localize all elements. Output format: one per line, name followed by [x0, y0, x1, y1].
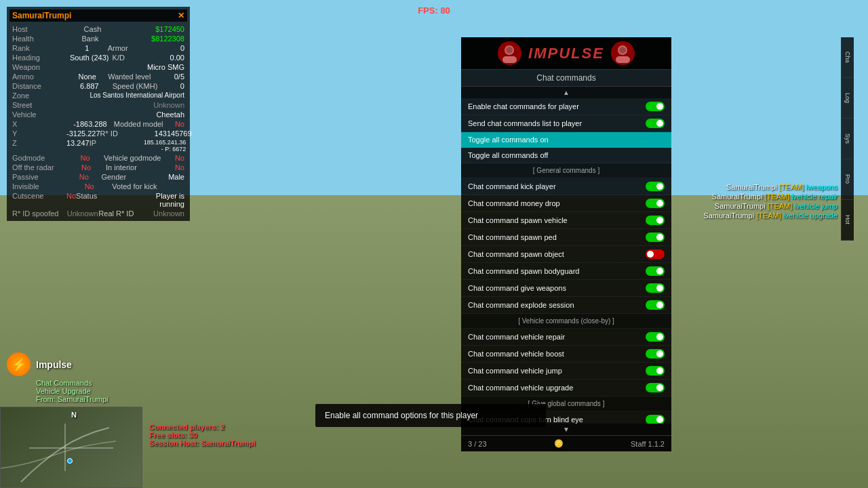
- cmd-vehicle-boost[interactable]: Chat command vehicle boost: [461, 346, 671, 363]
- minimap: N: [0, 407, 142, 488]
- chat-msg-3: SamuraiTrumpi [TEAM] lvehicle jump: [675, 202, 837, 210]
- info-row-spoofed: R* ID spoofed Unknown Real R* ID Unknown: [9, 209, 187, 218]
- right-nav-tabs: Cha Log Sys Pro Hot: [841, 37, 868, 241]
- info-row-y: Y -3125.227 R* ID 143145769: [9, 129, 187, 138]
- minimap-north-indicator: N: [71, 411, 77, 419]
- info-row-z: Z 13.247 IP 185.165.241.36 - P: 6672: [9, 138, 187, 153]
- panel-subtitle: Chat commands: [461, 70, 671, 87]
- cmd-spawn-vehicle[interactable]: Chat command spawn vehicle: [461, 212, 671, 229]
- spawn-vehicle-toggle[interactable]: [646, 216, 665, 225]
- impulse-header: IMPULSE: [461, 37, 671, 70]
- chat-msg-1: SamuraiTrumpi [TEAM] lweapons: [675, 183, 837, 191]
- info-row-weapon: Weapon Micro SMG: [9, 62, 187, 72]
- tab-hot[interactable]: Hot: [841, 200, 854, 241]
- connected-players-info: Connected players: 2 Free slots: 30 Sess…: [149, 423, 255, 447]
- send-chat-commands-item[interactable]: Send chat commands list to player: [461, 115, 671, 132]
- cmd-spawn-ped[interactable]: Chat command spawn ped: [461, 229, 671, 246]
- toggle-all-off-label: Toggle all commands off: [468, 151, 548, 159]
- tab-chat[interactable]: Cha: [841, 37, 854, 78]
- connected-players-label: Connected players: 2: [149, 423, 255, 431]
- info-row-heading: Heading South (243) K/D 0.00: [9, 53, 187, 62]
- player-info-panel: SamuraiTrumpi ✕ Host Cash $172450 Health…: [7, 7, 190, 221]
- tab-log[interactable]: Log: [841, 78, 854, 119]
- tab-pro[interactable]: Pro: [841, 159, 854, 200]
- close-icon[interactable]: ✕: [178, 11, 184, 20]
- enable-label: Enable chat commands for player: [468, 102, 579, 110]
- cmd-spawn-bodyguard[interactable]: Chat command spawn bodyguard: [461, 263, 671, 280]
- impulse-icon: ⚡: [7, 352, 31, 376]
- svg-rect-6: [616, 56, 630, 63]
- send-label: Send chat commands list to player: [468, 119, 582, 127]
- cmd-kick-player[interactable]: Chat command kick player: [461, 178, 671, 195]
- fps-display: FPS: 80: [418, 5, 450, 16]
- tab-sys[interactable]: Sys: [841, 119, 854, 159]
- spawn-object-toggle[interactable]: [646, 249, 665, 259]
- svg-point-3: [506, 47, 513, 54]
- toggle-all-on-item[interactable]: Toggle all commands on: [461, 132, 671, 148]
- info-row-invisible: Invisible No Voted for kick: [9, 182, 187, 191]
- coin-icon: 🪙: [554, 439, 564, 448]
- staff-label: Staff 1.1.2: [631, 440, 665, 448]
- scroll-up-button[interactable]: ▲: [461, 87, 671, 98]
- tooltip-text: Enable all command options for this play…: [325, 411, 478, 420]
- send-toggle[interactable]: [646, 119, 665, 128]
- enable-chat-commands-item[interactable]: Enable chat commands for player: [461, 98, 671, 115]
- money-toggle[interactable]: [646, 199, 665, 208]
- panel-scroll-area: Enable chat commands for player Send cha…: [461, 98, 671, 424]
- kick-toggle[interactable]: [646, 182, 665, 191]
- cmd-vehicle-upgrade[interactable]: Chat command vehicle upgrade: [461, 380, 671, 396]
- enable-toggle[interactable]: [646, 102, 665, 111]
- toggle-all-on-label: Toggle all commands on: [468, 136, 549, 144]
- minimap-player-dot: [67, 458, 73, 464]
- info-row-street: Street Unknown: [9, 100, 187, 110]
- cmd-vehicle-repair[interactable]: Chat command vehicle repair: [461, 329, 671, 346]
- impulse-badge: ⚡ Impulse: [7, 352, 108, 376]
- cmd-give-weapons[interactable]: Chat command give weapons: [461, 280, 671, 297]
- info-row-radar: Off the radar No In interior No: [9, 163, 187, 172]
- vehicle-jump-toggle[interactable]: [646, 366, 665, 375]
- info-row-passive: Passive No Gender Male: [9, 172, 187, 182]
- vehicle-boost-toggle[interactable]: [646, 349, 665, 359]
- vehicle-commands-header: [ Vehicle commands (close-by) ]: [461, 314, 671, 329]
- cops-toggle[interactable]: [646, 415, 665, 424]
- info-row-vehicle: Vehicle Cheetah: [9, 110, 187, 119]
- session-host-label: Session Host: SamuraiTrumpi: [149, 439, 255, 447]
- panel-title: SamuraiTrumpi ✕: [9, 9, 187, 22]
- vehicle-upgrade-toggle[interactable]: [646, 383, 665, 392]
- info-row-ammo: Ammo None Wanted level 0/5: [9, 72, 187, 81]
- minimap-svg: [1, 407, 142, 487]
- info-row-host: Host Cash $172450: [9, 24, 187, 34]
- page-indicator: 3 / 23: [468, 440, 487, 448]
- spawn-ped-toggle[interactable]: [646, 232, 665, 242]
- impulse-avatar-right: [611, 41, 635, 65]
- impulse-title: IMPULSE: [528, 45, 604, 62]
- side-chat-messages: SamuraiTrumpi [TEAM] lweapons SamuraiTru…: [675, 183, 837, 221]
- impulse-avatar-left: [498, 41, 521, 65]
- impulse-name-label: Impulse: [36, 359, 72, 370]
- info-row-zone: Zone Los Santos International Airport: [9, 91, 187, 100]
- panel-footer: 3 / 23 🪙 Staff 1.1.2: [461, 435, 671, 451]
- explode-toggle[interactable]: [646, 300, 665, 310]
- info-row-distance: Distance 6.887 Speed (KMH) 0: [9, 81, 187, 91]
- svg-rect-2: [502, 56, 517, 63]
- info-row-godmode: Godmode No Vehicle godmode No: [9, 153, 187, 163]
- give-weapons-toggle[interactable]: [646, 283, 665, 293]
- cmd-spawn-object[interactable]: Chat command spawn object: [461, 246, 671, 263]
- bodyguard-toggle[interactable]: [646, 266, 665, 276]
- svg-point-7: [619, 47, 626, 54]
- tooltip-box: Enable all command options for this play…: [315, 404, 546, 427]
- minimap-inner: N: [1, 407, 142, 487]
- bottom-left-info: ⚡ Impulse Chat Commands Vehicle Upgrade …: [7, 352, 108, 403]
- cmd-vehicle-jump[interactable]: Chat command vehicle jump: [461, 363, 671, 380]
- info-row-x: X -1863.288 Modded model No: [9, 119, 187, 129]
- toggle-all-off-item[interactable]: Toggle all commands off: [461, 148, 671, 163]
- player-name: SamuraiTrumpi: [12, 11, 71, 20]
- chat-commands-panel: IMPULSE Chat commands ▲ Enable chat comm…: [461, 37, 671, 451]
- info-row-cutscene: Cutscene No Status Player is running: [9, 191, 187, 209]
- impulse-commands-label: Chat Commands Vehicle Upgrade From: Samu…: [36, 379, 108, 403]
- cmd-money-drop[interactable]: Chat command money drop: [461, 195, 671, 212]
- free-slots-label: Free slots: 30: [149, 431, 255, 439]
- fps-value: FPS: 80: [418, 5, 450, 16]
- vehicle-repair-toggle[interactable]: [646, 332, 665, 342]
- cmd-explode-session[interactable]: Chat command explode session: [461, 297, 671, 314]
